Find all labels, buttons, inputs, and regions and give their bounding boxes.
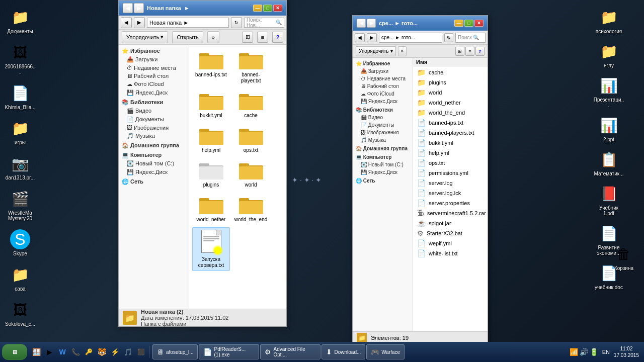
- win2-home-header[interactable]: 🏠 Домашняя группа: [353, 145, 413, 152]
- win2-sidebar-downloads[interactable]: 📥 Загрузки: [353, 67, 413, 75]
- file-item-selected[interactable]: Запуска сервера.txt: [192, 227, 230, 271]
- tray-clock[interactable]: 11:02 17.03.2015: [614, 345, 639, 358]
- win1-path[interactable]: Новая папка ►: [147, 18, 229, 28]
- win2-refresh-btn[interactable]: ↻: [444, 33, 453, 42]
- win1-maximize[interactable]: □: [263, 5, 272, 12]
- tray-icon-network[interactable]: 📶: [570, 348, 578, 356]
- list-item[interactable]: 📁 plugins: [414, 77, 487, 87]
- win2-favorites-header[interactable]: ⭐ Избранное: [353, 60, 413, 67]
- win2-sidebar-icloud[interactable]: ☁ Фото iCloud: [353, 90, 413, 98]
- win1-fwd-btn[interactable]: ▶: [134, 17, 145, 28]
- win2-view-extra[interactable]: ⊞: [455, 47, 464, 56]
- win2-sidebar-video[interactable]: 🎬 Видео: [353, 114, 413, 121]
- win2-view-detail[interactable]: ≡: [465, 47, 474, 56]
- quicklaunch-media[interactable]: ▶: [43, 346, 55, 358]
- win1-libraries-header[interactable]: 📚 Библиотеки: [119, 98, 189, 107]
- list-item[interactable]: 📄 bukkit.yml: [414, 138, 487, 148]
- win1-view-icons[interactable]: ⊞: [242, 32, 253, 43]
- desktop-icon-sokolova[interactable]: 🖼 Sokolova_c...: [3, 298, 38, 329]
- win1-close[interactable]: ✕: [273, 5, 282, 12]
- win2-back-btn[interactable]: ◀: [355, 33, 365, 42]
- desktop-icon-sava[interactable]: 📁 сава: [3, 262, 38, 294]
- desktop-icon-games[interactable]: 📁 игры: [3, 116, 38, 147]
- win1-back-btn[interactable]: ◀: [121, 17, 132, 28]
- taskbar-item-advanced[interactable]: ⚙ Advanced File Opti...: [260, 344, 320, 359]
- tray-icon-volume[interactable]: 🔊: [580, 348, 588, 356]
- file-item[interactable]: help.yml: [192, 123, 230, 156]
- list-item[interactable]: ☕ spigot.jar: [414, 218, 487, 228]
- desktop-icon-skype[interactable]: S Skype: [3, 227, 38, 258]
- quicklaunch-circle[interactable]: ⬛: [135, 346, 147, 358]
- quicklaunch-bolt[interactable]: ⚡: [109, 346, 121, 358]
- taskbar-item-download[interactable]: ⬇ Download...: [321, 344, 365, 359]
- win1-sidebar-desktop[interactable]: 🖥 Рабочий стол: [119, 72, 189, 80]
- win2-computer-header[interactable]: 💻 Компьютер: [353, 153, 413, 161]
- win1-favorites-header[interactable]: ⭐ Избранное: [119, 47, 189, 55]
- desktop-icon-khimia[interactable]: 📄 Khimia_Bila...: [3, 81, 38, 112]
- win1-sidebar-music[interactable]: 🎵 Музыка: [119, 132, 189, 140]
- win2-minimize[interactable]: —: [454, 20, 463, 27]
- win1-network-header[interactable]: 🌐 Сеть: [119, 177, 189, 186]
- win1-nav-back[interactable]: ◀: [123, 3, 133, 13]
- win1-more-btn[interactable]: »: [207, 31, 219, 43]
- tray-icon-battery[interactable]: 🔋: [590, 348, 598, 356]
- start-button[interactable]: ⊞: [2, 344, 27, 360]
- file-item[interactable]: banned-player.txt: [232, 48, 270, 86]
- desktop-icon-math[interactable]: 📋 Математик...: [591, 147, 626, 178]
- quicklaunch-phone[interactable]: 📞: [69, 346, 82, 358]
- desktop-icon-dan[interactable]: 📷 dan1313.pr...: [3, 151, 38, 183]
- win2-help-btn[interactable]: ?: [475, 47, 485, 56]
- win2-sidebar-yandex[interactable]: 💾 Яндекс.Диск: [353, 98, 413, 105]
- win1-home-header[interactable]: 🏠 Домашняя группа: [119, 141, 189, 150]
- win2-more-btn[interactable]: »: [398, 46, 407, 56]
- list-item[interactable]: 📄 ops.txt: [414, 158, 487, 168]
- win2-sidebar-yandex2[interactable]: 💾 Яндекс.Диск: [353, 168, 413, 176]
- win1-organize-btn[interactable]: Упорядочить ▾: [122, 31, 168, 43]
- win2-libraries-header[interactable]: 📚 Библиотеки: [353, 106, 413, 114]
- list-item[interactable]: 📁 world_the_end: [414, 108, 487, 118]
- list-item[interactable]: 📄 server.properties: [414, 198, 487, 208]
- win2-path[interactable]: сре... ► гото...: [379, 33, 442, 43]
- desktop-icon-photo1[interactable]: 🖼 2006188666...: [3, 40, 38, 77]
- win1-open-btn[interactable]: Открыть: [172, 31, 203, 43]
- quicklaunch-music[interactable]: 🎵: [122, 346, 134, 358]
- file-item[interactable]: world: [232, 158, 270, 191]
- win1-help-btn[interactable]: ?: [272, 32, 283, 43]
- win2-sidebar-c-drive[interactable]: 💽 Новый том (C:): [353, 161, 413, 168]
- file-item[interactable]: plugins: [192, 158, 230, 191]
- win2-nav-back[interactable]: ◀: [357, 19, 366, 28]
- file-item[interactable]: bukkit.yml: [192, 88, 230, 121]
- list-item[interactable]: 🗜 serverminecraft1.5.2.rar: [414, 208, 487, 218]
- win2-fwd-btn[interactable]: ▶: [367, 33, 377, 42]
- file-item[interactable]: banned-ips.txt: [192, 48, 230, 86]
- file-item[interactable]: cache: [232, 88, 270, 121]
- desktop-icon-psych[interactable]: 📁 психология: [591, 5, 626, 36]
- win1-minimize[interactable]: —: [253, 5, 262, 12]
- win1-sidebar-c-drive[interactable]: 💽 Новый том (C:): [119, 159, 189, 168]
- win1-sidebar-recent[interactable]: ⏱ Недавние места: [119, 64, 189, 72]
- desktop-icon-present[interactable]: 📊 Презентаци...: [591, 73, 626, 110]
- file-item[interactable]: ops.txt: [232, 123, 270, 156]
- list-item[interactable]: 📁 world_nether: [414, 98, 487, 108]
- list-item[interactable]: 📁 world: [414, 87, 487, 98]
- quicklaunch-tiger[interactable]: 🐯: [96, 346, 108, 358]
- win1-view-list[interactable]: ≡: [257, 32, 268, 43]
- win1-sidebar-images[interactable]: 🖼 Изображения: [119, 124, 189, 132]
- win2-network-header[interactable]: 🌐 Сеть: [353, 177, 413, 185]
- win1-refresh-btn[interactable]: ↻: [231, 17, 242, 28]
- list-item[interactable]: 📄 help.yml: [414, 148, 487, 158]
- file-item[interactable]: world_nether: [192, 193, 230, 225]
- desktop-icon-nglu[interactable]: 📁 нглу: [591, 39, 626, 70]
- win2-sidebar-desktop[interactable]: 🖥 Рабочий стол: [353, 82, 413, 90]
- win2-close[interactable]: ✕: [474, 20, 484, 27]
- list-item[interactable]: 📄 white-list.txt: [414, 248, 487, 258]
- win1-sidebar-docs[interactable]: 📄 Документы: [119, 115, 189, 124]
- win2-search-input[interactable]: Поиск 🔍: [455, 33, 486, 43]
- desktop-icon-trash[interactable]: 🗑 Корзина: [606, 242, 641, 273]
- list-item[interactable]: 📁 cache: [414, 67, 487, 77]
- desktop-icon-textbook1[interactable]: 📕 Учебник 1.pdf: [591, 182, 626, 218]
- win2-sidebar-recent[interactable]: ⏱ Недавние места: [353, 75, 413, 82]
- desktop-icon-documents[interactable]: 📁 Документы: [3, 5, 38, 36]
- list-item[interactable]: 📄 banned-ips.txt: [414, 118, 487, 128]
- taskbar-item-warface[interactable]: 🎮 Warface: [366, 344, 405, 359]
